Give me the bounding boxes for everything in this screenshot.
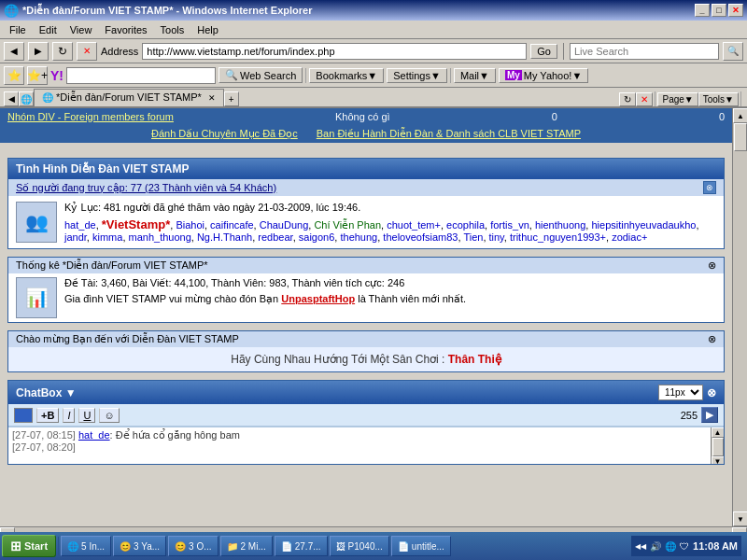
address-input[interactable] xyxy=(142,43,527,60)
member-ecophila[interactable]: ecophila xyxy=(446,219,485,231)
member-ng[interactable]: Ng.H.Thanh xyxy=(197,231,252,243)
menu-favorites[interactable]: Favorites xyxy=(99,22,152,37)
stop-button[interactable]: ✕ xyxy=(77,42,97,61)
add-fav[interactable]: ⭐+ xyxy=(27,66,48,85)
foreign-forum-link[interactable]: Nhóm DIV - Foreign members forum xyxy=(7,111,174,122)
task-5in-icon: 🌐 xyxy=(67,541,78,552)
my-yahoo-button[interactable]: My My Yahoo!▼ xyxy=(499,68,588,83)
bold-btn[interactable]: +B xyxy=(36,408,59,423)
tools-button[interactable]: Tools▼ xyxy=(698,92,739,106)
tab-close-icon[interactable]: ✕ xyxy=(208,93,216,103)
start-button[interactable]: ⊞ Start xyxy=(2,535,56,557)
menu-view[interactable]: View xyxy=(64,22,98,37)
member-trithuc[interactable]: trithuc_nguyen1993+ xyxy=(510,231,606,243)
go-button[interactable]: Go xyxy=(530,44,557,59)
search-button[interactable]: 🔍 xyxy=(723,42,743,61)
member-zodiac[interactable]: zodiac+ xyxy=(612,231,647,243)
task-3o-icon: 😊 xyxy=(175,541,186,552)
bookmarks-button[interactable]: Bookmarks▼ xyxy=(309,68,384,83)
member-biahoi[interactable]: Biahoi xyxy=(176,219,204,231)
task-2mi[interactable]: 📁 2 Mi... xyxy=(220,536,273,556)
task-yahoo[interactable]: 😊 3 Ya... xyxy=(113,536,166,556)
tab-refresh-icon[interactable]: ↻ xyxy=(619,92,636,106)
member-fortis[interactable]: fortis_vn xyxy=(490,219,529,231)
member-tien[interactable]: Tien xyxy=(463,231,483,243)
active-tab[interactable]: 🌐 *Diễn đàn/Forum VIET STAMP* ✕ xyxy=(34,89,224,106)
tab-stop-icon[interactable]: ✕ xyxy=(636,92,653,106)
member-hat_de[interactable]: hat_de xyxy=(64,219,96,231)
member-hiep[interactable]: hiepsitinhyeuvadaukho xyxy=(591,219,696,231)
tab-back[interactable]: ◀ xyxy=(4,91,19,106)
task-p1040[interactable]: 🖼 P1040... xyxy=(330,536,389,556)
member-saigon6[interactable]: saigon6 xyxy=(299,231,335,243)
tab-fav-icon[interactable]: 🌐 xyxy=(19,91,34,106)
settings-button[interactable]: Settings▼ xyxy=(387,68,447,83)
menu-tools[interactable]: Tools xyxy=(155,22,190,37)
back-button[interactable]: ◀ xyxy=(4,42,24,61)
member-chaudung[interactable]: ChauDung xyxy=(260,219,309,231)
msg-user-1[interactable]: hat_de xyxy=(78,429,110,441)
fav-star[interactable]: ⭐ xyxy=(4,66,24,85)
chat-scroll-thumb[interactable] xyxy=(712,438,724,456)
member-jandr[interactable]: jandr xyxy=(64,231,87,243)
online-collapse-btn[interactable]: ⊗ xyxy=(703,181,716,194)
task-27[interactable]: 📄 27.7... xyxy=(275,536,328,556)
member-caifincafe[interactable]: caifincafe xyxy=(210,219,253,231)
member-manh[interactable]: manh_thuong xyxy=(129,231,191,243)
menu-help[interactable]: Help xyxy=(191,22,224,37)
task-untitle[interactable]: 📄 untitle... xyxy=(391,536,451,556)
page-button[interactable]: Page▼ xyxy=(657,92,698,106)
italic-btn[interactable]: I xyxy=(63,408,75,423)
new-member-suffix: là Thành viên mới nhất. xyxy=(358,293,466,304)
member-chuot[interactable]: chuot_tem+ xyxy=(387,219,441,231)
task-3o[interactable]: 😊 3 O... xyxy=(168,536,218,556)
admin-link[interactable]: Ban Điều Hành Diễn Đàn & Danh sách CLB V… xyxy=(317,128,581,140)
web-search-button[interactable]: 🔍 Web Search xyxy=(218,67,303,83)
send-btn[interactable]: ▶ xyxy=(701,407,718,423)
member-vietstamp[interactable]: *VietStamp* xyxy=(102,217,170,231)
title-bar-left: 🌐 *Diễn đàn/Forum VIET STAMP* - Windows … xyxy=(4,4,312,18)
mail-button[interactable]: Mail▼ xyxy=(454,68,496,83)
scroll-down-btn[interactable]: ▼ xyxy=(733,511,747,526)
font-size-select[interactable]: 11px xyxy=(658,385,703,400)
scroll-thumb[interactable] xyxy=(734,123,747,151)
minimize-button[interactable]: _ xyxy=(695,4,710,17)
member-thehung[interactable]: thehung xyxy=(340,231,377,243)
shield-icon: 🛡 xyxy=(680,541,689,552)
member-hien[interactable]: hienthuong xyxy=(535,219,585,231)
emoji-btn[interactable]: ☺ xyxy=(99,408,119,423)
yahoo-search-input[interactable] xyxy=(66,67,216,84)
new-tab-btn[interactable]: + xyxy=(224,91,239,106)
forward-button[interactable]: ▶ xyxy=(28,42,49,61)
chat-scroll-down-btn[interactable]: ▼ xyxy=(712,456,725,464)
member-redbear[interactable]: redbear xyxy=(258,231,292,243)
top-count: 0 xyxy=(552,111,557,122)
task-5in[interactable]: 🌐 5 In... xyxy=(61,536,111,556)
online-title: Tình Hình Diễn Đàn VIET STAMP xyxy=(16,162,189,175)
welcome-section: Chào mừng Bạn đến với Diễn Đàn VIET STAM… xyxy=(7,330,725,372)
chatbox-collapse-btn[interactable]: ⊗ xyxy=(707,386,716,399)
scroll-up-btn[interactable]: ▲ xyxy=(733,108,747,123)
char-counter: 255 xyxy=(681,410,698,421)
menu-file[interactable]: File xyxy=(4,22,32,37)
welcome-collapse-btn[interactable]: ⊗ xyxy=(708,333,716,345)
chat-scroll-up-btn[interactable]: ▲ xyxy=(712,427,725,438)
member-tiny[interactable]: tiny xyxy=(489,231,504,243)
member-thelove[interactable]: theloveofsiam83 xyxy=(383,231,458,243)
members-inner: 👥 Kỷ Lục: 481 người đã ghé thăm vào ngày… xyxy=(16,202,716,243)
stats-collapse-btn[interactable]: ⊗ xyxy=(708,259,716,272)
color-picker[interactable] xyxy=(14,408,33,423)
restore-button[interactable]: □ xyxy=(712,4,726,17)
tab-label: *Diễn đàn/Forum VIET STAMP* xyxy=(56,91,202,104)
new-member-link[interactable]: UnpasptaftHop xyxy=(281,293,355,304)
member-kimma[interactable]: kimma xyxy=(92,231,122,243)
close-button[interactable]: ✕ xyxy=(728,4,743,17)
search-input[interactable] xyxy=(570,43,719,60)
member-chivienph[interactable]: Chí Viễn Phan xyxy=(314,219,381,231)
underline-btn[interactable]: U xyxy=(78,408,95,423)
online-count-link[interactable]: Số người đang truy cập: 77 (23 Thành viê… xyxy=(16,182,276,193)
mark-read-link[interactable]: Đánh Dấu Chuyên Mục Đã Đọc xyxy=(151,128,298,140)
expand-tray-btn[interactable]: ◀◀ xyxy=(635,542,646,551)
refresh-button[interactable]: ↻ xyxy=(52,42,73,61)
menu-edit[interactable]: Edit xyxy=(34,22,63,37)
